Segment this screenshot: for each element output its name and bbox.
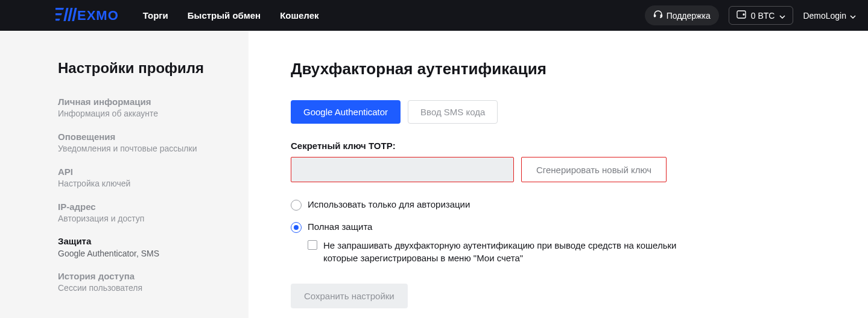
balance-label: 0 BTC <box>751 11 775 21</box>
radio-full-protection[interactable] <box>291 222 302 233</box>
sidebar-item-sub: Информация об аккаунте <box>58 108 229 120</box>
settings-sidebar: Настройки профиля Личная информация Инфо… <box>0 31 249 318</box>
skip-2fa-checkbox[interactable] <box>308 240 317 250</box>
svg-rect-6 <box>654 15 655 17</box>
sidebar-item-sub: Настройка ключей <box>58 178 229 190</box>
sidebar-item-sub: Уведомления и почтовые рассылки <box>58 143 229 155</box>
svg-rect-3 <box>63 8 68 21</box>
svg-rect-7 <box>661 15 662 17</box>
sidebar-item-label: API <box>58 166 229 178</box>
sidebar-items: Личная информация Информация об аккаунте… <box>58 96 229 294</box>
sidebar-item-security[interactable]: Защита Google Authenticator, SMS <box>58 235 229 259</box>
secret-key-label: Секретный ключ TOTP: <box>291 141 832 151</box>
sidebar-item-ip[interactable]: IP-адрес Авторизация и доступ <box>58 201 229 225</box>
sidebar-item-label: Личная информация <box>58 96 229 108</box>
sidebar-item-access-history[interactable]: История доступа Сессии пользователя <box>58 270 229 294</box>
nav-wallet[interactable]: Кошелек <box>280 10 318 21</box>
sidebar-item-personal[interactable]: Личная информация Информация об аккаунте <box>58 96 229 120</box>
support-button[interactable]: Поддержка <box>645 5 719 25</box>
support-label: Поддержка <box>667 11 711 21</box>
sidebar-item-label: История доступа <box>58 270 229 282</box>
secret-key-row: Сгенерировать новый ключ <box>291 157 832 182</box>
radio-full-block: Полная защита Не запрашивать двухфакторн… <box>291 221 832 264</box>
protection-mode-group: Использовать только для авторизации Полн… <box>291 199 832 264</box>
nav-quick-exchange[interactable]: Быстрый обмен <box>188 10 261 21</box>
tab-google-authenticator[interactable]: Google Authenticator <box>291 100 401 124</box>
save-button[interactable]: Сохранить настройки <box>291 284 408 308</box>
sidebar-item-notifications[interactable]: Оповещения Уведомления и почтовые рассыл… <box>58 131 229 155</box>
tab-sms[interactable]: Ввод SMS кода <box>408 100 498 124</box>
auth-method-tabs: Google Authenticator Ввод SMS кода <box>291 100 832 124</box>
svg-rect-1 <box>55 13 62 15</box>
header: EXMO Торги Быстрый обмен Кошелек Поддерж… <box>0 0 868 31</box>
radio-full-label: Полная защита <box>308 221 372 232</box>
sidebar-item-label: Защита <box>58 235 229 247</box>
nav-trades[interactable]: Торги <box>143 10 168 21</box>
balance-button[interactable]: 0 BTC <box>729 6 794 25</box>
page-title: Двухфакторная аутентификация <box>291 60 832 78</box>
generate-key-button[interactable]: Сгенерировать новый ключ <box>521 157 667 182</box>
main-nav: Торги Быстрый обмен Кошелек <box>143 10 319 21</box>
logo-text: EXMO <box>77 8 119 24</box>
radio-full-row[interactable]: Полная защита <box>291 221 832 233</box>
secret-key-input[interactable] <box>291 157 514 182</box>
user-menu-button[interactable]: DemoLogin <box>803 11 856 21</box>
headset-icon <box>653 10 663 21</box>
sidebar-item-label: IP-адрес <box>58 201 229 213</box>
svg-point-9 <box>743 14 744 15</box>
svg-rect-2 <box>55 19 60 21</box>
wallet-icon <box>737 10 746 21</box>
skip-2fa-row[interactable]: Не запрашивать двухфакторную аутентифика… <box>308 239 682 264</box>
sidebar-item-sub: Google Authenticator, SMS <box>58 248 229 260</box>
chevron-down-icon <box>779 11 785 21</box>
user-label: DemoLogin <box>803 11 846 21</box>
sidebar-item-sub: Авторизация и доступ <box>58 213 229 225</box>
sidebar-item-sub: Сессии пользователя <box>58 282 229 294</box>
main-content: Двухфакторная аутентификация Google Auth… <box>249 31 868 318</box>
svg-rect-0 <box>55 8 64 10</box>
skip-2fa-label: Не запрашивать двухфакторную аутентифика… <box>323 239 682 264</box>
radio-auth-only-row[interactable]: Использовать только для авторизации <box>291 199 832 211</box>
logo-mark-icon <box>55 8 77 24</box>
radio-auth-only-label: Использовать только для авторизации <box>308 199 470 209</box>
radio-auth-only[interactable] <box>291 200 302 211</box>
header-right: Поддержка 0 BTC DemoLogin <box>645 5 856 25</box>
svg-rect-4 <box>68 8 72 21</box>
sidebar-item-api[interactable]: API Настройка ключей <box>58 166 229 190</box>
sidebar-title: Настройки профиля <box>58 60 229 77</box>
page-body: Настройки профиля Личная информация Инфо… <box>0 31 868 318</box>
chevron-down-icon <box>850 11 856 21</box>
logo[interactable]: EXMO <box>55 8 119 24</box>
sidebar-item-label: Оповещения <box>58 131 229 143</box>
svg-rect-5 <box>72 8 77 21</box>
